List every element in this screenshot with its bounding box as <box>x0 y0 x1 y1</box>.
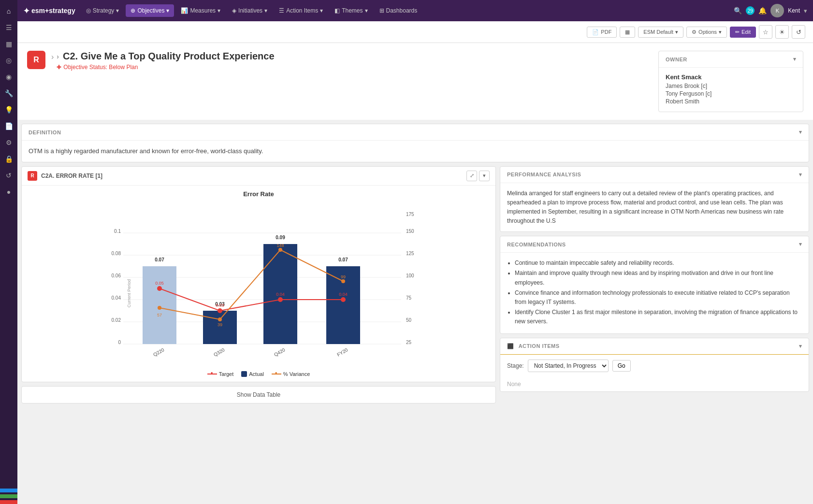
nav-item-themes[interactable]: ◧ Themes ▾ <box>330 4 372 17</box>
options-gear-icon: ⚙ <box>692 29 697 35</box>
chart-legend: Target Actual % Variance <box>26 367 492 382</box>
svg-text:25: 25 <box>406 340 412 345</box>
rec-item-3: Convince finance and information technol… <box>515 288 802 307</box>
sidebar-icon-gear[interactable]: ⚙ <box>1 135 16 150</box>
owner-chevron-icon[interactable]: ▾ <box>793 56 797 62</box>
refresh-button[interactable]: ↺ <box>792 25 805 39</box>
nav-item-dashboards[interactable]: ⊞ Dashboards <box>375 4 422 17</box>
chart-svg: 0 0.02 0.04 0.06 0.08 0.1 25 50 75 100 1… <box>26 202 492 366</box>
svg-text:Current Period: Current Period <box>127 279 131 307</box>
legend-target-line <box>207 374 217 374</box>
sidebar-icon-circle[interactable]: ◎ <box>1 53 16 68</box>
sun-button[interactable]: ☀ <box>775 25 789 39</box>
svg-text:50: 50 <box>406 317 412 323</box>
show-data-table-button[interactable]: Show Data Table <box>21 386 496 403</box>
sidebar-icon-list[interactable]: ☰ <box>1 20 16 35</box>
content-area: 📄 PDF ▦ ESM Default ▾ ⚙ Options ▾ ✏ Edit… <box>17 21 813 504</box>
action-items-card: ⬛ ACTION ITEMS ▾ Stage: Not Started, In … <box>500 338 809 392</box>
svg-text:0.05: 0.05 <box>155 281 164 286</box>
variance-line <box>160 250 343 319</box>
target-dot-fy20 <box>341 297 346 302</box>
main-container: ✦ esm+strategy ◎ Strategy ▾ ⊕ Objectives… <box>17 0 813 504</box>
options-button[interactable]: ⚙ Options ▾ <box>686 27 727 38</box>
objectives-chevron-icon: ▾ <box>166 7 169 14</box>
sidebar-icon-wrench[interactable]: 🔧 <box>1 86 16 101</box>
variance-dot-q420 <box>278 248 282 252</box>
sidebar-icon-bulb[interactable]: 💡 <box>1 102 16 117</box>
performance-analysis-header: PERFORMANCE ANALYSIS ▾ <box>500 167 809 183</box>
sidebar-icon-dot[interactable]: ● <box>1 185 16 199</box>
stage-select[interactable]: Not Started, In Progress Completed On Ho… <box>528 360 609 372</box>
definition-chevron-icon[interactable]: ▾ <box>799 129 802 135</box>
svg-text:125: 125 <box>406 251 414 256</box>
nav-item-initiatives[interactable]: ◈ Initiatives ▾ <box>227 4 272 17</box>
performance-chevron-icon[interactable]: ▾ <box>799 172 802 178</box>
layout-button[interactable]: ▦ <box>620 27 635 38</box>
notification-badge[interactable]: 29 <box>746 6 755 15</box>
nav-item-action-items[interactable]: ☰ Action Items ▾ <box>274 4 328 17</box>
svg-text:0.07: 0.07 <box>155 257 164 262</box>
svg-text:0.07: 0.07 <box>338 257 348 262</box>
svg-text:100: 100 <box>406 273 414 278</box>
avatar[interactable]: K <box>770 4 784 17</box>
brand-logo: ✦ esm+strategy <box>23 6 75 15</box>
owner-secondary-1: James Brook [c] <box>666 83 796 89</box>
action-none-text: None <box>500 377 809 391</box>
search-icon[interactable]: 🔍 <box>734 7 742 14</box>
bar-q320 <box>203 311 237 344</box>
sidebar-icon-lock[interactable]: 🔒 <box>1 152 16 166</box>
objectives-icon: ⊕ <box>131 7 135 14</box>
svg-text:39: 39 <box>218 322 222 327</box>
svg-text:99: 99 <box>341 274 346 279</box>
sidebar-bar-red <box>0 500 17 504</box>
svg-text:0: 0 <box>118 340 121 345</box>
svg-text:Q320: Q320 <box>213 346 226 357</box>
svg-text:0.03: 0.03 <box>216 303 224 308</box>
themes-chevron-icon: ▾ <box>365 7 368 14</box>
nav-item-measures[interactable]: 📊 Measures ▾ <box>176 4 225 17</box>
nav-item-objectives[interactable]: ⊕ Objectives ▾ <box>126 4 174 17</box>
svg-text:0.09: 0.09 <box>276 235 285 240</box>
edit-button[interactable]: ✏ Edit <box>730 27 756 38</box>
esm-default-button[interactable]: ESM Default ▾ <box>638 27 683 38</box>
sidebar-icon-target[interactable]: ◉ <box>1 70 16 84</box>
sidebar-icon-grid[interactable]: ▦ <box>1 37 16 51</box>
rec-item-2: Maintain and improve quality through new… <box>515 269 802 287</box>
action-stage-row: Stage: Not Started, In Progress Complete… <box>500 355 809 377</box>
chart-menu-button[interactable]: ▾ <box>479 171 490 181</box>
star-button[interactable]: ☆ <box>759 25 772 39</box>
options-chevron-icon: ▾ <box>719 29 722 35</box>
sidebar-bar-blue <box>0 489 17 492</box>
stage-label: Stage: <box>507 362 524 369</box>
chart-expand-button[interactable]: ⤢ <box>466 171 477 181</box>
title-arrow-icon: › <box>57 53 59 60</box>
objective-badge: R <box>27 51 45 69</box>
definition-header: DEFINITION ▾ <box>22 124 809 141</box>
measures-icon: 📊 <box>181 7 188 14</box>
action-items-icon: ⬛ <box>507 343 514 349</box>
nav-item-strategy[interactable]: ◎ Strategy ▾ <box>81 4 124 17</box>
sidebar-icon-home[interactable]: ⌂ <box>1 4 16 18</box>
action-items-chevron-icon: ▾ <box>320 7 323 14</box>
esm-chevron-icon: ▾ <box>675 29 678 35</box>
sidebar-icon-refresh[interactable]: ↺ <box>1 168 16 183</box>
svg-text:150: 150 <box>406 229 414 234</box>
bell-icon[interactable]: 🔔 <box>758 7 767 14</box>
user-chevron-icon: ▾ <box>804 7 807 14</box>
breadcrumb-arrow: › <box>51 53 54 61</box>
svg-text:0.02: 0.02 <box>112 317 121 323</box>
top-nav: ✦ esm+strategy ◎ Strategy ▾ ⊕ Objectives… <box>17 0 813 21</box>
recommendations-chevron-icon[interactable]: ▾ <box>799 241 802 247</box>
pdf-button[interactable]: 📄 PDF <box>587 27 617 38</box>
owner-secondary-2: Tony Ferguson [c] <box>666 90 796 97</box>
action-items-chevron-icon[interactable]: ▾ <box>799 343 802 349</box>
recommendations-card: RECOMMENDATIONS ▾ Continue to maintain i… <box>500 236 809 333</box>
chart-title: C2A. ERROR RATE [1] <box>41 173 463 179</box>
page-title-block: › C2. Give Me a Top Quality Product Expe… <box>57 51 653 71</box>
chart-card-header: R C2A. ERROR RATE [1] ⤢ ▾ <box>22 167 495 186</box>
measures-chevron-icon: ▾ <box>218 7 220 14</box>
performance-analysis-card: PERFORMANCE ANALYSIS ▾ Melinda arranged … <box>500 166 809 232</box>
page-title: › C2. Give Me a Top Quality Product Expe… <box>57 51 653 62</box>
sidebar-icon-doc[interactable]: 📄 <box>1 119 16 133</box>
go-button[interactable]: Go <box>612 360 631 372</box>
